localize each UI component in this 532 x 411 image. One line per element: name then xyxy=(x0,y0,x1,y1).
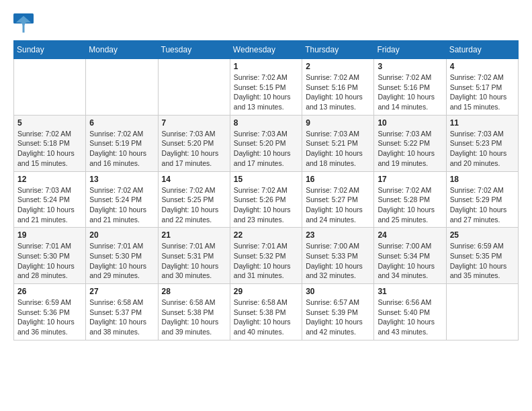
weekday-header: Thursday xyxy=(302,41,374,59)
day-number: 3 xyxy=(378,62,442,71)
calendar-day-cell: 9Sunrise: 7:03 AMSunset: 5:21 PMDaylight… xyxy=(302,115,374,171)
day-number: 8 xyxy=(234,118,298,128)
day-number: 10 xyxy=(378,118,442,128)
day-number: 22 xyxy=(234,230,298,240)
day-number: 24 xyxy=(378,230,442,240)
day-number: 16 xyxy=(306,175,370,184)
day-info: Sunrise: 7:03 AMSunset: 5:22 PMDaylight:… xyxy=(378,129,442,169)
weekday-header: Monday xyxy=(86,41,158,59)
calendar-day-cell xyxy=(446,284,518,340)
calendar-day-cell: 24Sunrise: 7:00 AMSunset: 5:34 PMDayligh… xyxy=(374,228,446,284)
calendar-day-cell: 2Sunrise: 7:02 AMSunset: 5:16 PMDaylight… xyxy=(302,59,374,116)
calendar-day-cell: 23Sunrise: 7:00 AMSunset: 5:33 PMDayligh… xyxy=(302,228,374,284)
day-number: 17 xyxy=(378,175,442,184)
calendar-day-cell: 18Sunrise: 7:02 AMSunset: 5:29 PMDayligh… xyxy=(446,171,518,228)
calendar-day-cell: 19Sunrise: 7:01 AMSunset: 5:30 PMDayligh… xyxy=(14,228,86,284)
day-number: 4 xyxy=(450,62,515,71)
calendar-week-row: 19Sunrise: 7:01 AMSunset: 5:30 PMDayligh… xyxy=(14,228,519,284)
day-number: 1 xyxy=(234,62,298,71)
calendar-header: SundayMondayTuesdayWednesdayThursdayFrid… xyxy=(14,41,519,59)
day-info: Sunrise: 6:58 AMSunset: 5:38 PMDaylight:… xyxy=(162,298,226,337)
calendar-day-cell: 6Sunrise: 7:02 AMSunset: 5:19 PMDaylight… xyxy=(86,115,158,171)
calendar-day-cell xyxy=(86,59,158,116)
day-number: 5 xyxy=(17,118,82,128)
day-number: 28 xyxy=(162,287,226,296)
calendar-day-cell: 7Sunrise: 7:03 AMSunset: 5:20 PMDaylight… xyxy=(158,115,230,171)
day-number: 12 xyxy=(17,175,82,184)
calendar-body: 1Sunrise: 7:02 AMSunset: 5:15 PMDaylight… xyxy=(14,59,519,340)
calendar-day-cell: 27Sunrise: 6:58 AMSunset: 5:37 PMDayligh… xyxy=(86,284,158,340)
day-info: Sunrise: 7:02 AMSunset: 5:15 PMDaylight:… xyxy=(234,73,298,112)
day-number: 21 xyxy=(162,230,226,240)
day-info: Sunrise: 7:00 AMSunset: 5:34 PMDaylight:… xyxy=(378,241,442,281)
calendar-day-cell: 8Sunrise: 7:03 AMSunset: 5:20 PMDaylight… xyxy=(230,115,302,171)
day-info: Sunrise: 6:59 AMSunset: 5:36 PMDaylight:… xyxy=(17,298,82,337)
day-number: 14 xyxy=(162,175,226,184)
logo xyxy=(13,13,36,34)
calendar-day-cell: 16Sunrise: 7:02 AMSunset: 5:27 PMDayligh… xyxy=(302,171,374,228)
calendar-day-cell: 22Sunrise: 7:01 AMSunset: 5:32 PMDayligh… xyxy=(230,228,302,284)
calendar-day-cell: 17Sunrise: 7:02 AMSunset: 5:28 PMDayligh… xyxy=(374,171,446,228)
day-info: Sunrise: 7:02 AMSunset: 5:24 PMDaylight:… xyxy=(89,185,154,225)
day-info: Sunrise: 7:02 AMSunset: 5:25 PMDaylight:… xyxy=(162,185,226,225)
day-info: Sunrise: 7:02 AMSunset: 5:16 PMDaylight:… xyxy=(378,73,442,112)
day-info: Sunrise: 7:00 AMSunset: 5:33 PMDaylight:… xyxy=(306,241,370,281)
calendar-day-cell: 31Sunrise: 6:56 AMSunset: 5:40 PMDayligh… xyxy=(374,284,446,340)
day-number: 11 xyxy=(450,118,515,128)
day-info: Sunrise: 7:03 AMSunset: 5:20 PMDaylight:… xyxy=(162,129,226,169)
calendar-day-cell: 21Sunrise: 7:01 AMSunset: 5:31 PMDayligh… xyxy=(158,228,230,284)
calendar-day-cell: 28Sunrise: 6:58 AMSunset: 5:38 PMDayligh… xyxy=(158,284,230,340)
day-info: Sunrise: 7:02 AMSunset: 5:29 PMDaylight:… xyxy=(450,185,515,225)
day-number: 29 xyxy=(234,287,298,296)
calendar-day-cell: 15Sunrise: 7:02 AMSunset: 5:26 PMDayligh… xyxy=(230,171,302,228)
calendar-day-cell: 14Sunrise: 7:02 AMSunset: 5:25 PMDayligh… xyxy=(158,171,230,228)
calendar-day-cell: 13Sunrise: 7:02 AMSunset: 5:24 PMDayligh… xyxy=(86,171,158,228)
day-info: Sunrise: 7:01 AMSunset: 5:31 PMDaylight:… xyxy=(162,241,226,281)
day-info: Sunrise: 7:01 AMSunset: 5:30 PMDaylight:… xyxy=(17,241,82,281)
day-number: 2 xyxy=(306,62,370,71)
weekday-header: Saturday xyxy=(446,41,518,59)
day-info: Sunrise: 7:02 AMSunset: 5:27 PMDaylight:… xyxy=(306,185,370,225)
day-info: Sunrise: 6:57 AMSunset: 5:39 PMDaylight:… xyxy=(306,298,370,337)
weekday-header: Tuesday xyxy=(158,41,230,59)
calendar-week-row: 26Sunrise: 6:59 AMSunset: 5:36 PMDayligh… xyxy=(14,284,519,340)
calendar-day-cell: 25Sunrise: 6:59 AMSunset: 5:35 PMDayligh… xyxy=(446,228,518,284)
weekday-header-row: SundayMondayTuesdayWednesdayThursdayFrid… xyxy=(14,41,519,59)
day-info: Sunrise: 7:03 AMSunset: 5:24 PMDaylight:… xyxy=(17,185,82,225)
day-info: Sunrise: 7:02 AMSunset: 5:19 PMDaylight:… xyxy=(89,129,154,169)
calendar-week-row: 5Sunrise: 7:02 AMSunset: 5:18 PMDaylight… xyxy=(14,115,519,171)
day-info: Sunrise: 6:59 AMSunset: 5:35 PMDaylight:… xyxy=(450,241,515,281)
day-number: 6 xyxy=(89,118,154,128)
page-header xyxy=(13,13,519,34)
calendar-day-cell: 5Sunrise: 7:02 AMSunset: 5:18 PMDaylight… xyxy=(14,115,86,171)
calendar-week-row: 12Sunrise: 7:03 AMSunset: 5:24 PMDayligh… xyxy=(14,171,519,228)
day-number: 7 xyxy=(162,118,226,128)
calendar-day-cell: 10Sunrise: 7:03 AMSunset: 5:22 PMDayligh… xyxy=(374,115,446,171)
calendar-day-cell: 12Sunrise: 7:03 AMSunset: 5:24 PMDayligh… xyxy=(14,171,86,228)
day-info: Sunrise: 6:58 AMSunset: 5:37 PMDaylight:… xyxy=(89,298,154,337)
calendar-table: SundayMondayTuesdayWednesdayThursdayFrid… xyxy=(13,40,519,340)
logo-icon xyxy=(13,13,34,34)
weekday-header: Sunday xyxy=(14,41,86,59)
day-number: 20 xyxy=(89,230,154,240)
calendar-day-cell: 26Sunrise: 6:59 AMSunset: 5:36 PMDayligh… xyxy=(14,284,86,340)
calendar-day-cell xyxy=(158,59,230,116)
day-number: 13 xyxy=(89,175,154,184)
day-info: Sunrise: 7:02 AMSunset: 5:26 PMDaylight:… xyxy=(234,185,298,225)
day-number: 15 xyxy=(234,175,298,184)
day-info: Sunrise: 6:58 AMSunset: 5:38 PMDaylight:… xyxy=(234,298,298,337)
calendar-day-cell: 30Sunrise: 6:57 AMSunset: 5:39 PMDayligh… xyxy=(302,284,374,340)
calendar-day-cell: 1Sunrise: 7:02 AMSunset: 5:15 PMDaylight… xyxy=(230,59,302,116)
calendar-day-cell: 29Sunrise: 6:58 AMSunset: 5:38 PMDayligh… xyxy=(230,284,302,340)
day-info: Sunrise: 7:02 AMSunset: 5:28 PMDaylight:… xyxy=(378,185,442,225)
day-number: 23 xyxy=(306,230,370,240)
day-number: 27 xyxy=(89,287,154,296)
day-number: 26 xyxy=(17,287,82,296)
weekday-header: Friday xyxy=(374,41,446,59)
day-number: 31 xyxy=(378,287,442,296)
calendar-day-cell: 3Sunrise: 7:02 AMSunset: 5:16 PMDaylight… xyxy=(374,59,446,116)
day-number: 19 xyxy=(17,230,82,240)
weekday-header: Wednesday xyxy=(230,41,302,59)
day-info: Sunrise: 7:03 AMSunset: 5:20 PMDaylight:… xyxy=(234,129,298,169)
day-info: Sunrise: 7:03 AMSunset: 5:23 PMDaylight:… xyxy=(450,129,515,169)
